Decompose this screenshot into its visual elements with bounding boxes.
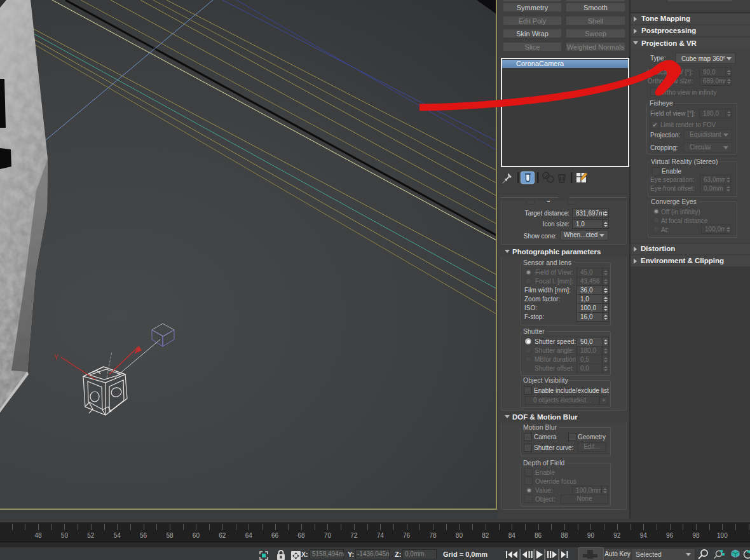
svg-text:Y: Y	[54, 354, 58, 361]
